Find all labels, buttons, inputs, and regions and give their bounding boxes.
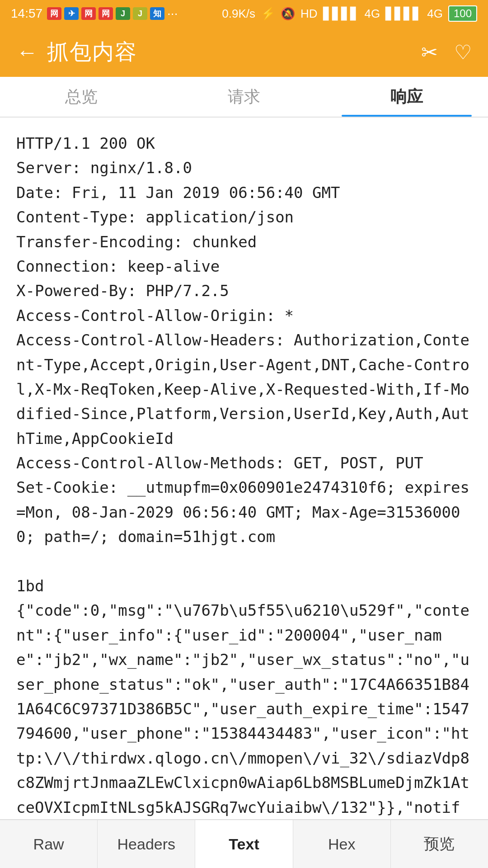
app-icon-4: 网: [99, 7, 113, 20]
battery-indicator: 100: [448, 5, 477, 22]
signal-icon-1: ▋▋▋▋: [323, 7, 359, 21]
bottom-tab-hex[interactable]: Hex: [293, 820, 391, 868]
app-icon-1: 网: [47, 7, 61, 20]
response-content: HTTP/1.1 200 OK Server: nginx/1.8.0 Date…: [0, 118, 488, 868]
bottom-tab-raw[interactable]: Raw: [0, 820, 98, 868]
status-bar-left: 14:57 网 ✈ 网 网 J J 知 ···: [11, 6, 178, 21]
bottom-toolbar: Raw Headers Text Hex 预览: [0, 819, 488, 868]
alarm-icon: 🔕: [281, 7, 295, 21]
status-bar: 14:57 网 ✈ 网 网 J J 知 ··· 0.9K/s ⚡ 🔕 HD ▋▋…: [0, 0, 488, 27]
app-icon-7: 知: [150, 7, 164, 20]
share-button[interactable]: ✂: [421, 41, 438, 64]
bottom-tab-preview[interactable]: 预览: [391, 820, 488, 868]
status-time: 14:57: [11, 6, 42, 21]
app-icon-5: J: [116, 7, 130, 20]
app-bar-actions: ✂ ♡: [421, 41, 472, 64]
app-bar: ← 抓包内容 ✂ ♡: [0, 27, 488, 77]
bottom-tab-text[interactable]: Text: [195, 820, 293, 868]
app-icon-3: 网: [81, 7, 96, 20]
app-icon-6: J: [133, 7, 147, 20]
app-icon-2: ✈: [64, 7, 79, 20]
bottom-tab-headers[interactable]: Headers: [98, 820, 195, 868]
app-bar-title: 抓包内容: [47, 38, 421, 66]
tab-bar: 总览 请求 响应: [0, 77, 488, 118]
tab-request[interactable]: 请求: [163, 77, 325, 117]
back-button[interactable]: ←: [16, 40, 38, 65]
hd-icon: HD: [300, 7, 318, 21]
tab-response[interactable]: 响应: [325, 77, 488, 117]
network-speed: 0.9K/s: [222, 7, 255, 21]
ellipsis: ···: [167, 6, 178, 21]
tab-overview[interactable]: 总览: [0, 77, 163, 117]
status-icons: 网 ✈ 网 网 J J 知 ···: [47, 6, 178, 21]
network-4g-1: 4G: [365, 7, 380, 21]
bluetooth-icon: ⚡: [261, 7, 275, 21]
signal-icon-2: ▋▋▋▋: [385, 7, 422, 21]
favorite-button[interactable]: ♡: [454, 41, 472, 64]
network-4g-2: 4G: [427, 7, 443, 21]
status-bar-right: 0.9K/s ⚡ 🔕 HD ▋▋▋▋ 4G ▋▋▋▋ 4G 100: [222, 5, 477, 22]
